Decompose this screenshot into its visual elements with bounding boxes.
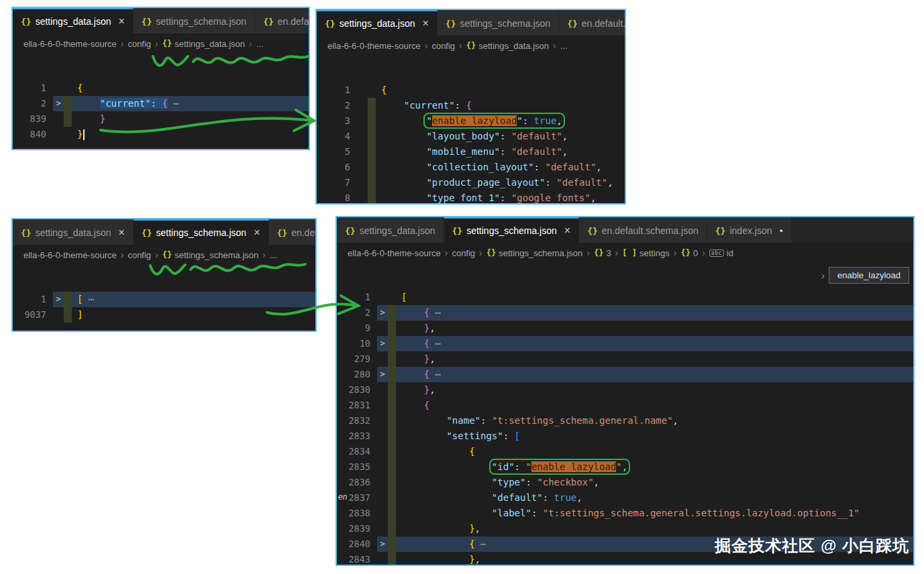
line-number[interactable]: 5: [317, 144, 357, 160]
code-token: ,: [475, 554, 480, 565]
line-number[interactable]: 6: [317, 160, 357, 175]
line-number[interactable]: 1: [13, 292, 53, 307]
symbol-picker-input[interactable]: enable_lazyload: [829, 267, 909, 284]
breadcrumb-item[interactable]: config: [431, 41, 455, 51]
fold-chevron-icon[interactable]: >: [377, 536, 388, 552]
line-number[interactable]: 9037: [13, 307, 53, 323]
breadcrumb-item[interactable]: [ ]settings: [622, 248, 670, 258]
breadcrumb-separator-icon: ›: [615, 247, 619, 258]
indent-whitespace: [401, 461, 492, 472]
tab-settings-data-json[interactable]: {}settings_data.json: [337, 217, 444, 243]
close-icon[interactable]: ×: [254, 227, 260, 238]
tab-en-default-schema-json[interactable]: {}en.default.schema.json: [269, 219, 316, 245]
line-number[interactable]: 839: [13, 111, 53, 127]
green-annotation-box: "enable_lazyload": true,: [426, 115, 562, 126]
line-number[interactable]: 2838: [337, 506, 377, 521]
tab-en-default-schema-json[interactable]: {}en.default.schema.json: [255, 8, 309, 34]
line-number[interactable]: 2840: [337, 536, 377, 552]
breadcrumb-item[interactable]: {}settings_data.json: [466, 41, 549, 51]
fold-chevron-icon: [377, 290, 388, 305]
breadcrumb-item[interactable]: {}0: [680, 248, 698, 258]
line-number[interactable]: 2834: [337, 444, 377, 459]
fold-chevron-icon[interactable]: >: [53, 96, 64, 111]
breadcrumb-item[interactable]: ella-6-6-0-theme-source: [23, 250, 117, 260]
line-number[interactable]: 8: [317, 190, 357, 203]
fold-chevron-icon[interactable]: >: [377, 367, 388, 382]
json-file-icon: {}: [263, 17, 274, 27]
breadcrumb-item[interactable]: ...: [560, 41, 568, 51]
tab-bar: {}settings_data.json×{}settings_schema.j…: [317, 10, 625, 36]
indent-whitespace: [401, 338, 424, 349]
line-number[interactable]: 3: [317, 113, 357, 129]
tab-settings-schema-json[interactable]: {}settings_schema.json: [438, 10, 559, 36]
line-number[interactable]: 2839: [337, 521, 377, 536]
code-token: "t:settings_schema.general.settings.lazy…: [543, 508, 860, 518]
line-number[interactable]: 2: [317, 98, 357, 113]
line-body: {: [53, 80, 309, 96]
tab-en-default-schema-json[interactable]: {}en.default.schema.json: [579, 217, 707, 243]
indent-whitespace: [401, 554, 469, 565]
breadcrumb-label: ella-6-6-0-theme-source: [23, 39, 117, 49]
breadcrumb-item[interactable]: config: [127, 39, 151, 49]
line-number[interactable]: 4: [317, 129, 357, 144]
line-number[interactable]: 2843: [337, 552, 377, 565]
code-line: 2835 "id": "enable_lazyload",: [337, 459, 913, 475]
breadcrumb-item[interactable]: ...: [256, 39, 264, 49]
line-number[interactable]: 2835: [337, 459, 377, 475]
tab-settings-schema-json[interactable]: {}settings_schema.json: [134, 8, 255, 34]
close-icon[interactable]: ×: [119, 227, 125, 238]
json-file-icon: {}: [452, 226, 463, 236]
breadcrumb-item[interactable]: config: [127, 250, 151, 260]
fold-chevron-icon[interactable]: >: [377, 305, 388, 321]
line-body: "product_page_layout": "default",: [357, 175, 625, 190]
line-number[interactable]: 2831: [337, 398, 377, 413]
line-number[interactable]: 9: [337, 321, 377, 336]
breadcrumb-item[interactable]: {}settings_schema.json: [486, 248, 582, 258]
tab-settings-data-json[interactable]: {}settings_data.json×: [13, 8, 134, 34]
breadcrumb-item[interactable]: abcid: [709, 248, 733, 258]
line-number[interactable]: 1: [13, 80, 53, 96]
indent-whitespace: [401, 384, 424, 395]
tab-index-json[interactable]: {}index.json●: [707, 217, 792, 243]
tab-settings-data-json[interactable]: {}settings_data.json×: [13, 219, 134, 245]
line-number[interactable]: 2830: [337, 382, 377, 398]
line-body: > { ⋯: [377, 336, 913, 351]
close-icon[interactable]: ×: [119, 16, 125, 27]
line-number[interactable]: 1: [337, 290, 377, 305]
line-number[interactable]: 2: [13, 96, 53, 111]
line-number[interactable]: 840: [13, 127, 53, 142]
line-number[interactable]: 7: [317, 175, 357, 190]
breadcrumb-label: settings: [639, 248, 670, 258]
tab-settings-data-json[interactable]: {}settings_data.json×: [317, 10, 438, 36]
breadcrumb-item[interactable]: {}settings_schema.json: [162, 250, 258, 260]
breadcrumb-item[interactable]: {}settings_data.json: [162, 39, 245, 49]
indent-whitespace: [401, 508, 492, 518]
breadcrumb-item[interactable]: config: [452, 248, 475, 258]
breadcrumb-item[interactable]: {}3: [594, 248, 611, 258]
tab-settings-schema-json[interactable]: {}settings_schema.json×: [444, 217, 580, 243]
line-number[interactable]: 280: [337, 367, 377, 382]
line-number[interactable]: 279: [337, 351, 377, 367]
json-file-icon: {}: [587, 226, 598, 236]
git-gutter: [388, 398, 396, 413]
close-icon[interactable]: ×: [564, 225, 570, 236]
tab-en-default-schema-json[interactable]: {}en.default.schema.json: [559, 10, 625, 36]
breadcrumb-separator-icon: ›: [121, 249, 124, 260]
line-body: ]: [53, 307, 315, 323]
fold-chevron-icon[interactable]: >: [377, 336, 388, 351]
line-number[interactable]: 1: [317, 82, 357, 98]
tab-settings-schema-json[interactable]: {}settings_schema.json×: [134, 219, 269, 245]
close-icon[interactable]: ×: [423, 18, 429, 29]
line-number[interactable]: 2: [337, 305, 377, 321]
breadcrumb-item[interactable]: ella-6-6-0-theme-source: [348, 248, 441, 258]
breadcrumb-item[interactable]: ella-6-6-0-theme-source: [23, 39, 117, 49]
line-number[interactable]: 2832: [337, 413, 377, 428]
git-gutter: [388, 428, 396, 444]
fold-chevron-icon[interactable]: >: [53, 292, 64, 307]
line-number[interactable]: 2833: [337, 428, 377, 444]
line-number[interactable]: 10: [337, 336, 377, 351]
code-token: {: [466, 100, 471, 111]
line-number[interactable]: 2836: [337, 475, 377, 490]
breadcrumb-item[interactable]: ...: [270, 250, 277, 260]
breadcrumb-item[interactable]: ella-6-6-0-theme-source: [327, 41, 421, 51]
